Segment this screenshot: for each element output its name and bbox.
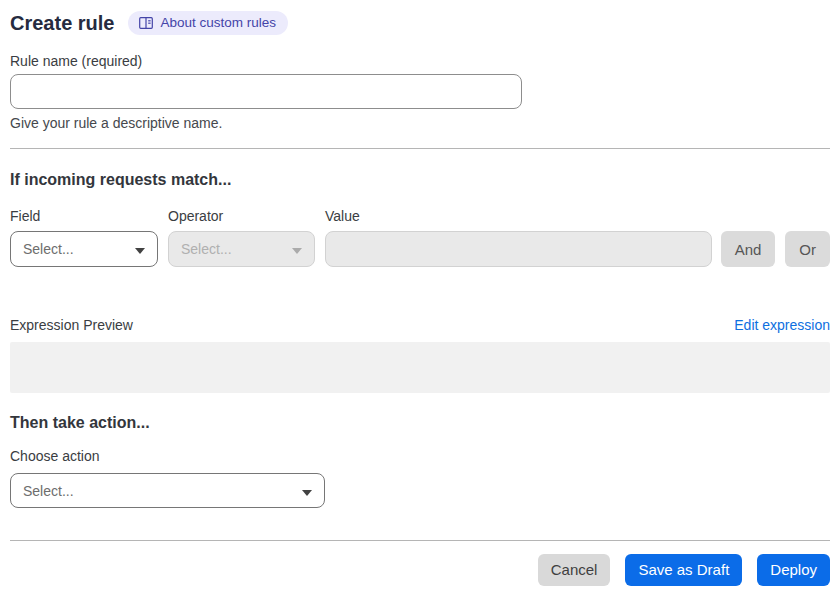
section-divider-top — [10, 148, 830, 149]
expression-preview-label: Expression Preview — [10, 317, 133, 333]
match-section-heading: If incoming requests match... — [10, 171, 830, 189]
page-header: Create rule About custom rules — [10, 0, 830, 36]
value-input[interactable] — [325, 231, 712, 267]
about-custom-rules-link[interactable]: About custom rules — [128, 11, 289, 35]
chevron-down-icon — [292, 241, 302, 257]
deploy-button[interactable]: Deploy — [757, 554, 830, 586]
rule-name-input[interactable] — [10, 74, 522, 109]
page-title: Create rule — [10, 10, 115, 36]
cancel-button[interactable]: Cancel — [538, 554, 611, 586]
save-as-draft-button[interactable]: Save as Draft — [625, 554, 742, 586]
choose-action-select-value: Select... — [23, 483, 74, 499]
field-column: Field Select... — [10, 208, 158, 267]
footer-divider — [10, 540, 830, 541]
value-column: Value — [325, 208, 712, 267]
choose-action-select[interactable]: Select... — [10, 473, 325, 508]
chevron-down-icon — [302, 483, 312, 499]
operator-label: Operator — [168, 208, 315, 224]
action-section-heading: Then take action... — [10, 414, 830, 432]
footer-actions: Cancel Save as Draft Deploy — [10, 554, 830, 586]
value-label: Value — [325, 208, 712, 224]
book-icon — [138, 15, 154, 31]
expression-builder-row: Field Select... Operator Select... Value… — [10, 208, 830, 267]
expression-preview-box — [10, 342, 830, 393]
choose-action-label: Choose action — [10, 448, 830, 464]
operator-column: Operator Select... — [168, 208, 315, 267]
chevron-down-icon — [135, 241, 145, 257]
field-select-value: Select... — [23, 241, 74, 257]
rule-name-label: Rule name (required) — [10, 53, 830, 69]
edit-expression-link[interactable]: Edit expression — [734, 317, 830, 333]
and-button[interactable]: And — [721, 231, 776, 267]
operator-select[interactable]: Select... — [168, 231, 315, 267]
about-custom-rules-label: About custom rules — [161, 15, 277, 31]
field-select[interactable]: Select... — [10, 231, 158, 267]
field-label: Field — [10, 208, 158, 224]
expression-preview-header: Expression Preview Edit expression — [10, 317, 830, 333]
rule-name-helper: Give your rule a descriptive name. — [10, 115, 830, 131]
operator-select-value: Select... — [181, 241, 232, 257]
create-rule-page: Create rule About custom rules Rule name… — [0, 0, 839, 586]
or-button[interactable]: Or — [785, 231, 830, 267]
